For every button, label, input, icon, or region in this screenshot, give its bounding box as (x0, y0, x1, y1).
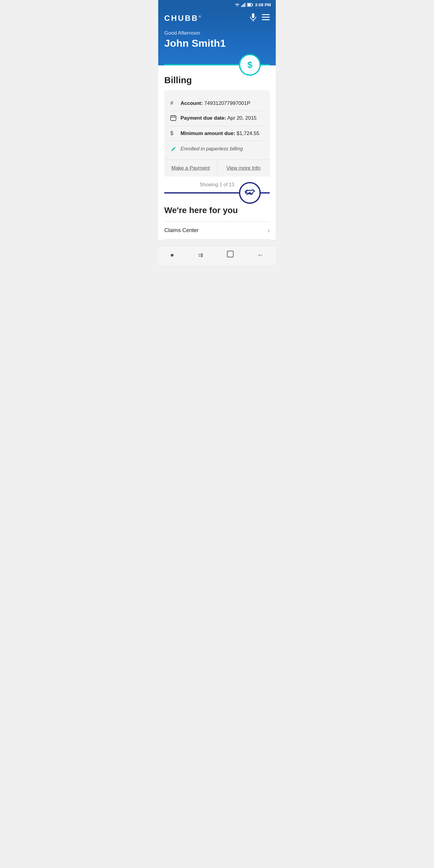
header-actions (250, 13, 270, 23)
claims-center-text: Claims Center (164, 227, 198, 234)
header-divider: $ (164, 64, 270, 65)
here-section: We're here for you Claims Center › (158, 193, 276, 240)
svg-rect-14 (170, 116, 176, 121)
svg-rect-19 (227, 251, 233, 257)
calendar-icon (170, 115, 178, 122)
minimum-amount-text: Minimum amount due: $1,724.55 (181, 130, 259, 137)
svg-rect-13 (262, 19, 270, 20)
main-content: Billing # Account: 749312077997001P (158, 65, 276, 177)
svg-rect-6 (252, 4, 253, 5)
payment-date-row: Payment due date: Apr 20, 2015 (170, 111, 264, 126)
account-row: # Account: 749312077997001P (170, 96, 264, 111)
chubb-logo: CHUBB® (164, 13, 202, 23)
svg-rect-4 (245, 3, 246, 7)
svg-rect-7 (247, 4, 251, 6)
section-divider (164, 192, 270, 193)
signal-icon (241, 3, 246, 7)
view-more-info-button[interactable]: View more Info (217, 160, 270, 177)
billing-title: Billing (164, 75, 270, 85)
svg-rect-12 (262, 17, 270, 18)
square-nav-icon[interactable] (227, 251, 234, 259)
svg-rect-2 (243, 4, 244, 7)
status-time: 3:08 PM (255, 2, 271, 7)
back-nav-icon[interactable]: ← (257, 251, 264, 259)
paperless-row: Enrolled in paperless billing (170, 141, 264, 155)
billing-dollar-icon: $ (239, 54, 261, 76)
svg-rect-8 (252, 13, 254, 18)
hash-icon: # (170, 100, 178, 106)
handshake-icon-circle (239, 182, 261, 204)
minimum-amount-row: $ Minimum amount due: $1,724.55 (170, 126, 264, 141)
leaf-icon (170, 146, 178, 153)
chevron-right-icon: › (268, 227, 270, 234)
claims-center-row[interactable]: Claims Center › (164, 221, 270, 240)
svg-rect-1 (242, 5, 243, 7)
status-icons (235, 3, 253, 7)
user-name: John Smith1 (164, 37, 270, 49)
dot-nav-icon[interactable]: ● (170, 251, 174, 259)
status-bar: 3:08 PM (158, 0, 276, 10)
handshake-svg (244, 187, 255, 198)
filter-nav-icon[interactable]: ⇉ (198, 251, 203, 258)
make-payment-button[interactable]: Make a Payment (164, 160, 217, 177)
payment-date-text: Payment due date: Apr 20, 2015 (181, 115, 256, 122)
card-actions: Make a Payment View more Info (164, 159, 270, 177)
svg-rect-0 (241, 6, 242, 7)
battery-icon (247, 3, 253, 7)
showing-bar: Showing 1 of 13 (158, 177, 276, 193)
hamburger-menu-icon[interactable] (262, 14, 270, 22)
svg-rect-3 (244, 3, 245, 7)
billing-info: # Account: 749312077997001P P (164, 90, 270, 159)
billing-card: # Account: 749312077997001P P (164, 90, 270, 177)
account-text: Account: 749312077997001P (181, 100, 250, 107)
svg-rect-11 (262, 14, 270, 15)
greeting-label: Good Afternoon (164, 30, 270, 36)
header-top: CHUBB® (164, 13, 270, 23)
microphone-icon[interactable] (250, 13, 256, 23)
svg-point-18 (249, 192, 250, 193)
here-title: We're here for you (164, 206, 270, 215)
paperless-text: Enrolled in paperless billing (181, 146, 243, 152)
bottom-nav: ● ⇉ ← (158, 246, 276, 265)
app-header: CHUBB® Good Afternoon (158, 10, 276, 65)
wifi-icon (235, 3, 240, 7)
dollar-icon: $ (170, 130, 178, 136)
